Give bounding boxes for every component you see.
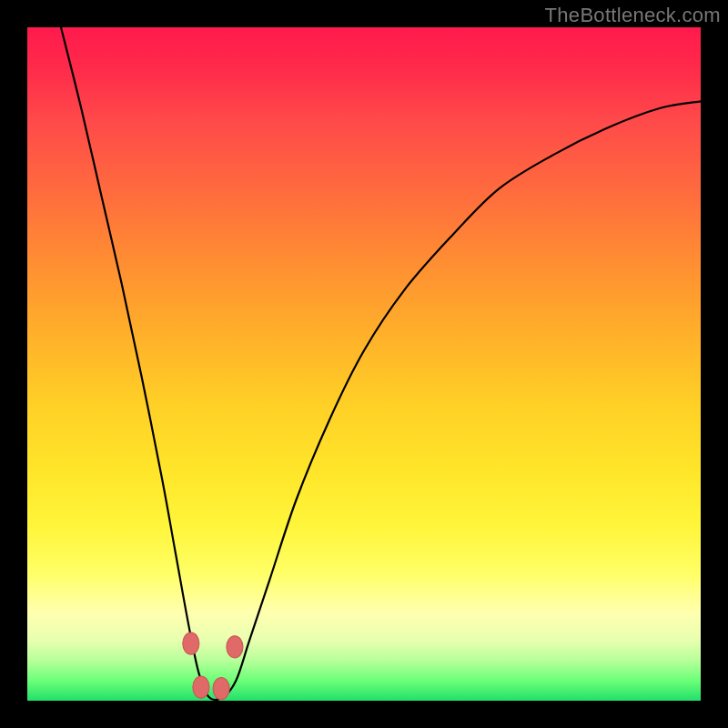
marker-1 xyxy=(193,676,209,698)
markers-group xyxy=(183,632,243,700)
curve-layer xyxy=(27,27,701,701)
bottleneck-curve xyxy=(61,27,701,700)
marker-0 xyxy=(183,632,199,654)
marker-3 xyxy=(227,636,243,658)
watermark-text: TheBottleneck.com xyxy=(545,4,721,27)
chart-frame: TheBottleneck.com xyxy=(0,0,728,728)
plot-area xyxy=(27,27,701,701)
marker-2 xyxy=(213,678,229,700)
